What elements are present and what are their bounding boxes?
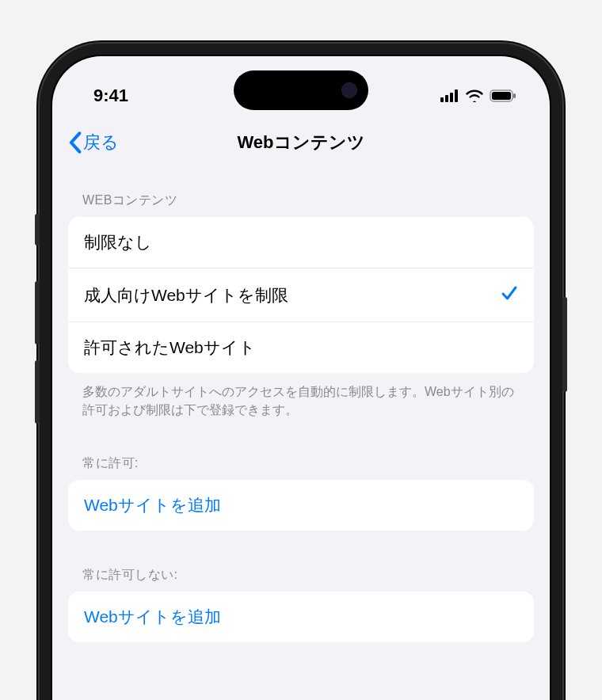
svg-rect-5 [492,92,511,100]
option-label: 成人向けWebサイトを制限 [84,284,288,306]
volume-up-button [35,281,40,344]
cellular-icon [440,89,459,102]
wifi-icon [466,89,483,102]
power-button [562,297,567,392]
front-camera [341,82,357,98]
add-website-label: Webサイトを追加 [84,606,221,628]
section-header-web-content: WEBコンテンツ [68,185,534,217]
add-website-label: Webサイトを追加 [84,494,221,516]
volume-down-button [35,360,40,424]
option-limit-adult[interactable]: 成人向けWebサイトを制限 [68,268,534,322]
svg-rect-6 [513,93,516,98]
option-unrestricted[interactable]: 制限なし [68,217,534,268]
phone-screen: 9:41 [51,55,551,700]
svg-rect-3 [455,89,458,102]
phone-frame: 9:41 [40,44,562,700]
page-title: Webコンテンツ [237,131,364,154]
status-time: 9:41 [93,86,128,106]
back-label: 戻る [83,131,119,154]
section-header-never-allow: 常に許可しない: [68,559,534,592]
section-header-always-allow: 常に許可: [68,447,534,480]
dynamic-island [234,70,368,110]
svg-rect-0 [440,97,444,102]
chevron-left-icon [68,131,82,154]
section-footer-web-content: 多数のアダルトサイトへのアクセスを自動的に制限します。Webサイト別の許可および… [68,373,534,419]
add-blocked-website-button[interactable]: Webサイトを追加 [68,592,534,642]
back-button[interactable]: 戻る [68,131,119,154]
always-allow-group: Webサイトを追加 [68,480,534,531]
web-content-options-group: 制限なし 成人向けWebサイトを制限 許可されたWebサイト [68,217,534,373]
add-allowed-website-button[interactable]: Webサイトを追加 [68,480,534,531]
never-allow-group: Webサイトを追加 [68,592,534,642]
option-allowed-only[interactable]: 許可されたWebサイト [68,322,534,373]
battery-icon [490,89,516,102]
svg-rect-2 [450,93,453,102]
option-label: 制限なし [84,231,152,253]
side-button [35,214,40,245]
checkmark-icon [501,283,518,307]
option-label: 許可されたWebサイト [84,337,256,359]
svg-rect-1 [445,95,448,102]
navigation-bar: 戻る Webコンテンツ [52,113,550,169]
